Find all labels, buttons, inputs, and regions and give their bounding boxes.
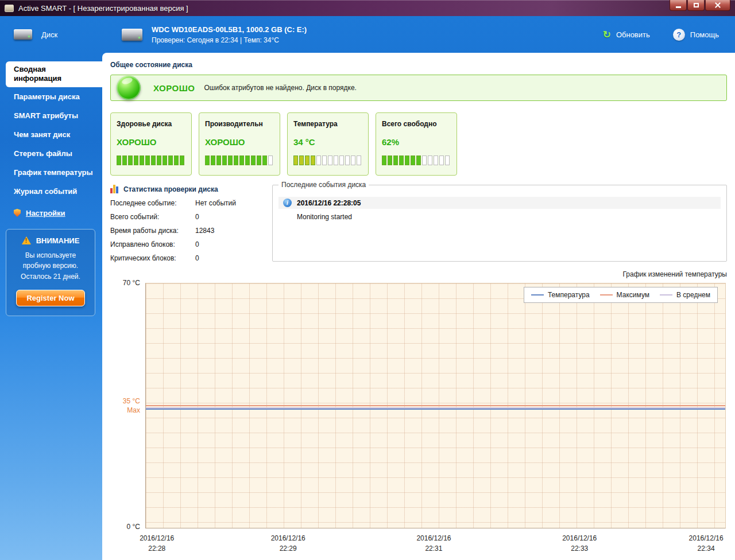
app-icon (5, 5, 14, 12)
x-axis-tick: 2016/12/1622:34 (689, 533, 724, 554)
main-panel: Общее состояние диска ХОРОШО Ошибок атри… (102, 53, 735, 560)
x-axis-labels: 2016/12/1622:28 2016/12/1622:29 2016/12/… (145, 531, 726, 554)
card-disk-health: Здоровье диска ХОРОШО (110, 112, 192, 176)
stat-row-last-event: Последнее событие: Нет событий (110, 199, 270, 207)
card-title: Всего свободно (382, 120, 451, 128)
refresh-button[interactable]: Обновить (603, 29, 650, 41)
settings-link[interactable]: Настройки (14, 209, 102, 217)
x-axis-tick: 2016/12/1622:29 (271, 533, 305, 554)
legend-label: В среднем (676, 291, 710, 299)
disk-info: WDC WD10EADS-00L5B1, 1000.2 GB (C: E:) П… (122, 25, 307, 44)
performance-progress-bar (205, 155, 274, 165)
section-title: Общее состояние диска (110, 61, 730, 69)
card-title: Производительн (205, 120, 274, 128)
close-icon (715, 2, 721, 8)
series-temperature-line (146, 409, 725, 410)
legend-label: Температура (548, 291, 590, 299)
x-axis-tick: 2016/12/1622:33 (562, 533, 597, 554)
disk-check-status: Проверен: Сегодня в 22:34 | Темп: 34°C (152, 36, 307, 44)
register-now-button[interactable]: Register Now (16, 290, 84, 306)
minimize-button[interactable] (670, 0, 687, 11)
stat-label: Всего событий: (110, 213, 195, 221)
disk-nav-label: Диск (41, 30, 57, 39)
y-axis-label-max: Max (110, 406, 140, 414)
window-title: Active SMART - [ Незарегистрированная ве… (18, 4, 188, 13)
event-row[interactable]: 2016/12/16 22:28:05 (278, 197, 721, 209)
sidebar-item-event-log[interactable]: Журнал событий (0, 182, 102, 201)
bar-chart-icon (110, 185, 118, 193)
sidebar-item-label: Чем занят диск (14, 130, 70, 139)
sidebar-item-label: График температуры (14, 168, 93, 177)
temperature-chart: 70 °C 35 °C Max 0 °C 2016/12/1622:28 201… (110, 279, 730, 554)
warning-text: Вы используете пробную версию. Осталось … (11, 250, 90, 282)
maximize-button[interactable] (687, 0, 705, 11)
series-max-line (146, 405, 725, 406)
summary-cards: Здоровье диска ХОРОШО Производительн ХОР… (110, 112, 730, 176)
legend-label: Максимум (617, 291, 649, 299)
chart-legend: Температура Максимум В среднем (524, 287, 718, 303)
card-value: 62% (382, 137, 451, 147)
minimize-icon (676, 6, 681, 8)
card-title: Температура (293, 120, 362, 128)
disk-icon-large (122, 29, 142, 41)
events-title: Последние события диска (278, 181, 369, 189)
sidebar: Сводная информация Параметры диска SMART… (0, 53, 102, 560)
sidebar-item-disk-usage[interactable]: Чем занят диск (0, 125, 102, 144)
sidebar-item-temperature-graph[interactable]: График температуры (0, 163, 102, 182)
header: Диск WDC WD10EADS-00L5B1, 1000.2 GB (C: … (0, 16, 735, 53)
sidebar-item-label: Стереть файлы (14, 149, 72, 158)
stat-value: Нет событий (195, 199, 236, 207)
stat-value: 0 (195, 254, 199, 262)
window-controls (670, 0, 730, 11)
stat-row-repaired-blocks: Исправлено блоков: 0 (110, 240, 270, 248)
settings-label: Настройки (26, 209, 65, 217)
check-statistics-section: Статистика проверки диска Последнее собы… (110, 185, 270, 262)
event-message: Monitoring started (297, 213, 721, 221)
maximize-icon (694, 3, 699, 7)
sidebar-item-summary[interactable]: Сводная информация (6, 61, 102, 87)
stat-row-power-on-hours: Время работы диска: 12843 (110, 227, 270, 235)
refresh-label: Обновить (616, 30, 650, 39)
sidebar-item-label: SMART атрибуты (14, 111, 78, 120)
disk-status-banner: ХОРОШО Ошибок атрибутов не найдено. Диск… (110, 75, 727, 101)
y-axis-label-0: 0 °C (110, 523, 140, 531)
y-axis-label-70: 70 °C (110, 279, 140, 287)
chart-plot (145, 283, 726, 528)
event-timestamp: 2016/12/16 22:28:05 (297, 199, 361, 207)
disk-name: WDC WD10EADS-00L5B1, 1000.2 GB (C: E:) (152, 25, 307, 34)
maximum-line-swatch (600, 294, 613, 295)
info-icon (283, 199, 292, 207)
stats-title: Статистика проверки диска (123, 185, 218, 193)
card-title: Здоровье диска (117, 120, 185, 128)
sidebar-item-smart-attributes[interactable]: SMART атрибуты (0, 106, 102, 125)
stat-label: Время работы диска: (110, 227, 195, 235)
header-actions: Обновить Помощь (603, 29, 719, 41)
stat-value: 12843 (195, 227, 214, 235)
legend-item-average: В среднем (660, 291, 710, 299)
temperature-progress-bar (293, 155, 362, 165)
status-ok-orb-icon (117, 76, 141, 100)
help-icon (673, 29, 685, 41)
legend-item-maximum: Максимум (600, 291, 649, 299)
shield-icon (14, 209, 21, 217)
sidebar-item-erase-files[interactable]: Стереть файлы (0, 144, 102, 163)
stat-value: 0 (195, 240, 199, 248)
x-axis-tick: 2016/12/1622:28 (140, 533, 174, 554)
stat-row-total-events: Всего событий: 0 (110, 213, 270, 221)
titlebar[interactable]: Active SMART - [ Незарегистрированная ве… (0, 0, 735, 16)
disk-nav-button[interactable]: Диск (14, 29, 100, 40)
temperature-line-swatch (531, 294, 544, 295)
sidebar-item-label: Параметры диска (14, 92, 80, 101)
free-space-progress-bar (382, 155, 451, 165)
legend-item-temperature: Температура (531, 291, 590, 299)
close-button[interactable] (705, 0, 730, 11)
help-button[interactable]: Помощь (673, 29, 719, 41)
card-performance: Производительн ХОРОШО (199, 112, 280, 176)
y-axis-label-35: 35 °C (110, 397, 140, 405)
help-label: Помощь (690, 30, 719, 39)
card-temperature: Температура 34 °C (287, 112, 369, 176)
trial-warning-box: ВНИМАНИЕ Вы используете пробную версию. … (6, 229, 95, 317)
recent-events-groupbox: Последние события диска 2016/12/16 22:28… (272, 185, 727, 262)
sidebar-item-disk-parameters[interactable]: Параметры диска (0, 87, 102, 106)
stat-row-critical-blocks: Критических блоков: 0 (110, 254, 270, 262)
